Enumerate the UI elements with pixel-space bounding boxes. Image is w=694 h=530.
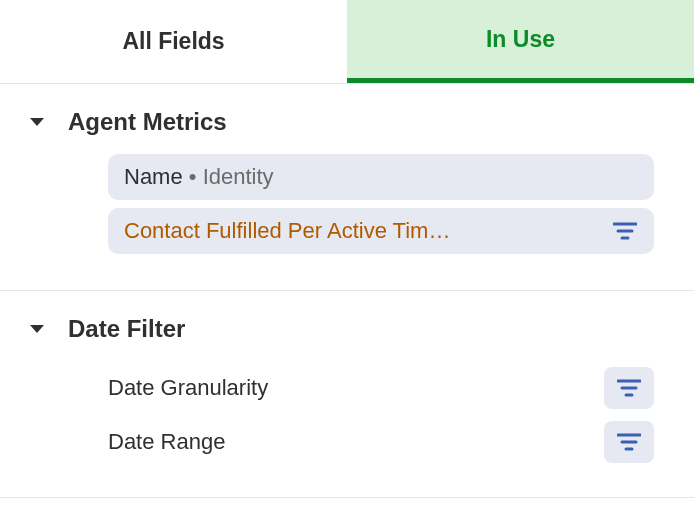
section-body: Date Granularity Date Range xyxy=(0,361,694,497)
section-header[interactable]: Agent Metrics xyxy=(0,84,694,154)
section-title: Agent Metrics xyxy=(68,108,227,136)
field-label: Date Range xyxy=(108,429,225,455)
field-label: Name • Identity xyxy=(124,164,274,190)
section-body: Name • Identity Contact Fulfilled Per Ac… xyxy=(0,154,694,290)
field-row-date-range[interactable]: Date Range xyxy=(108,415,654,469)
field-row-date-granularity[interactable]: Date Granularity xyxy=(108,361,654,415)
tab-label: All Fields xyxy=(122,28,224,55)
field-label: Date Granularity xyxy=(108,375,268,401)
section-header[interactable]: Date Filter xyxy=(0,291,694,361)
caret-down-icon[interactable] xyxy=(30,325,44,333)
filter-button[interactable] xyxy=(604,367,654,409)
filter-icon xyxy=(617,432,641,452)
tab-in-use[interactable]: In Use xyxy=(347,0,694,83)
section-agent-metrics: Agent Metrics Name • Identity Contact Fu… xyxy=(0,84,694,291)
filter-icon xyxy=(617,378,641,398)
field-tabs: All Fields In Use xyxy=(0,0,694,84)
filter-icon[interactable] xyxy=(612,218,638,244)
caret-down-icon[interactable] xyxy=(30,118,44,126)
field-pill-name-identity[interactable]: Name • Identity xyxy=(108,154,654,200)
tab-label: In Use xyxy=(486,26,555,53)
section-title: Date Filter xyxy=(68,315,185,343)
filter-button[interactable] xyxy=(604,421,654,463)
tab-all-fields[interactable]: All Fields xyxy=(0,0,347,83)
field-label: Contact Fulfilled Per Active Tim… xyxy=(124,218,450,244)
section-date-filter: Date Filter Date Granularity Date Range xyxy=(0,291,694,498)
field-pill-contact-fulfilled[interactable]: Contact Fulfilled Per Active Tim… xyxy=(108,208,654,254)
